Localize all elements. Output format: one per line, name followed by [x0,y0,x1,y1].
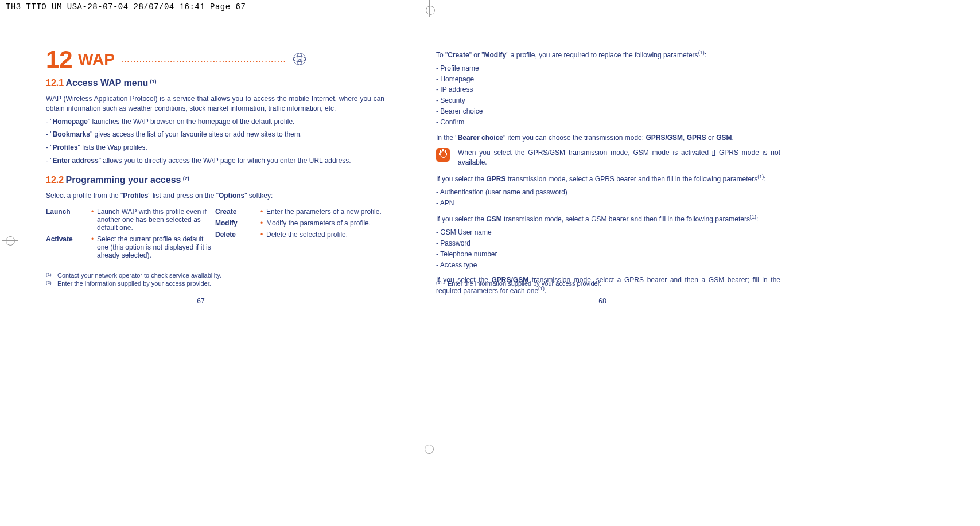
option-activate: Activate Select the current profile as d… [46,235,215,259]
list-item: Confirm [436,118,780,127]
bearer-choice-line: In the "Bearer choice" item you can choo… [436,133,780,143]
section-title: Access WAP menu [65,78,148,88]
page-68: To "Create" or "Modify" a profile, you a… [402,34,803,311]
section-sup: (1) [150,79,157,84]
section-12-1-heading: 12.1 Access WAP menu (1) [46,78,384,88]
print-header: TH3_TTTO_UM_USA-28-07-04 28/07/04 16:41 … [6,2,246,11]
option-modify: Modify Modify the parameters of a profil… [215,219,384,227]
list-item: Security [436,96,780,106]
bullet-bookmarks: - "Bookmarks" gives access the list of y… [46,130,384,139]
dot-leader: ........................................… [121,56,286,64]
options-table: Launch Launch WAP with this profile even… [46,208,384,263]
list-item: IP address [436,85,780,95]
option-create: Create Enter the parameters of a new pro… [215,208,384,216]
option-launch: Launch Launch WAP with this profile even… [46,208,215,232]
list-item: Authentication (user name and password) [436,188,780,197]
page-number: 67 [0,297,402,305]
param-list-2: Authentication (user name and password) … [436,188,780,208]
svg-text:@: @ [297,57,302,62]
list-item: Homepage [436,75,780,84]
section-number: 12.2 [46,175,64,185]
select-profile-line: Select a profile from the "Profiles" lis… [46,191,384,201]
bullet-homepage: - "Homepage" launches the WAP browser on… [46,117,384,127]
list-item: Bearer choice [436,107,780,116]
option-delete: Delete Delete the selected profile. [215,231,384,239]
footnotes-left: (1)Contact your network operator to chec… [46,271,379,288]
list-item: Access type [436,260,780,270]
wap-globe-icon: @ [291,50,308,69]
lightbulb-icon [436,148,450,162]
intro-paragraph: WAP (Wireless Application Protocol) is a… [46,94,384,114]
list-item: GSM User name [436,228,780,237]
list-item: Profile name [436,64,780,73]
list-item: Password [436,239,780,248]
section-sup: (2) [183,176,189,181]
param-list-1: Profile name Homepage IP address Securit… [436,64,780,127]
section-number: 12.1 [46,78,64,88]
bullet-enter-address: - "Enter address" allows you to directly… [46,156,384,166]
chapter-title: WAP [78,50,115,69]
section-title: Programming your access [65,175,181,185]
chapter-number: 12 [46,46,73,73]
page-67: 12 WAP .................................… [0,34,402,311]
section-12-2-heading: 12.2 Programming your access (2) [46,175,384,185]
create-modify-line: To "Create" or "Modify" a profile, you a… [436,49,780,60]
tip-text: When you select the GPRS/GSM transmissio… [458,148,780,167]
footnotes-right: (1)Enter the information supplied by you… [436,279,780,288]
gsm-line: If you select the GSM transmission mode,… [436,213,780,224]
bullet-profiles: - "Profiles" lists the Wap profiles. [46,143,384,153]
registration-mark-top [425,3,435,14]
list-item: APN [436,198,780,208]
gprs-line: If you select the GPRS transmission mode… [436,173,780,184]
param-list-3: GSM User name Password Telephone number … [436,228,780,270]
page-number: 68 [402,297,803,305]
chapter-heading: 12 WAP .................................… [46,46,384,73]
list-item: Telephone number [436,250,780,259]
tip-box: When you select the GPRS/GSM transmissio… [436,148,780,167]
